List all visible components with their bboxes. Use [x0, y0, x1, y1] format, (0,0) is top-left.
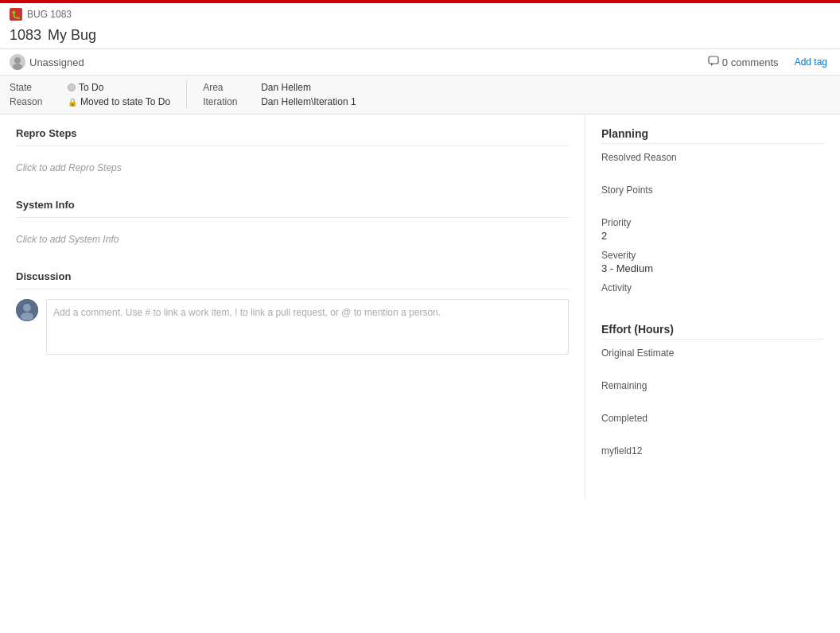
assignee-area[interactable]: Unassigned — [10, 54, 84, 70]
title-bar-top: 🐛 BUG 1083 — [10, 8, 830, 24]
original-estimate-value[interactable] — [601, 360, 824, 372]
discussion-divider — [16, 289, 569, 289]
activity-value[interactable] — [601, 295, 824, 307]
severity-row: Severity 3 - Medium — [601, 250, 824, 274]
severity-value[interactable]: 3 - Medium — [601, 262, 824, 274]
myfield12-value[interactable] — [601, 458, 824, 470]
completed-value[interactable] — [601, 425, 824, 437]
bug-icon: 🐛 — [10, 8, 22, 21]
original-estimate-row: Original Estimate — [601, 348, 824, 372]
svg-point-2 — [13, 64, 22, 70]
system-info-title: System Info — [16, 199, 569, 211]
planning-section: Planning Resolved Reason Story Points Pr… — [601, 127, 824, 307]
discussion-section: Discussion Add a comment. Use # to link … — [16, 270, 569, 355]
comments-count: 0 comments — [722, 56, 779, 68]
resolved-reason-value[interactable] — [601, 165, 824, 177]
work-item-id: 1083 — [10, 27, 41, 44]
effort-section: Effort (Hours) Original Estimate Remaini… — [601, 323, 824, 470]
system-info-section: System Info Click to add System Info — [16, 199, 569, 251]
comment-box: Add a comment. Use # to link a work item… — [16, 299, 569, 355]
severity-label: Severity — [601, 250, 824, 261]
comment-icon — [708, 56, 719, 69]
comment-placeholder: Add a comment. Use # to link a work item… — [53, 307, 441, 318]
comment-input[interactable]: Add a comment. Use # to link a work item… — [46, 299, 569, 355]
reason-field-row: Reason 🔒 Moved to state To Do — [10, 95, 170, 109]
remaining-row: Remaining — [601, 380, 824, 405]
svg-point-5 — [23, 304, 31, 312]
myfield12-label: myfield12 — [601, 445, 824, 456]
add-tag-button[interactable]: Add tag — [791, 56, 830, 68]
planning-title: Planning — [601, 127, 824, 140]
activity-row: Activity — [601, 282, 824, 307]
repro-steps-title: Repro Steps — [16, 127, 569, 139]
comments-area[interactable]: 0 comments — [708, 56, 779, 69]
area-iteration-field-group: Area Dan Hellem Iteration Dan Hellem\Ite… — [203, 76, 371, 114]
repro-steps-divider — [16, 146, 569, 146]
svg-point-1 — [14, 57, 21, 64]
state-dot-icon — [68, 83, 76, 91]
work-item-title[interactable]: My Bug — [48, 27, 96, 44]
assignee-label: Unassigned — [29, 56, 84, 68]
state-field-row: State To Do — [10, 80, 170, 95]
planning-divider — [601, 143, 824, 144]
left-panel: Repro Steps Click to add Repro Steps Sys… — [0, 115, 585, 499]
iteration-field-row: Iteration Dan Hellem\Iteration 1 — [203, 95, 356, 109]
reason-value[interactable]: 🔒 Moved to state To Do — [68, 96, 170, 107]
resolved-reason-row: Resolved Reason — [601, 152, 824, 177]
discussion-title: Discussion — [16, 270, 569, 282]
state-value[interactable]: To Do — [68, 82, 103, 93]
fields-vertical-divider — [186, 80, 187, 109]
repro-steps-section: Repro Steps Click to add Repro Steps — [16, 127, 569, 180]
completed-label: Completed — [601, 413, 824, 424]
fields-row: State To Do Reason 🔒 Moved to state To D… — [0, 76, 840, 115]
repro-steps-input[interactable]: Click to add Repro Steps — [16, 156, 569, 180]
reason-label: Reason — [10, 96, 61, 107]
right-panel: Planning Resolved Reason Story Points Pr… — [585, 115, 840, 499]
main-content: Repro Steps Click to add Repro Steps Sys… — [0, 115, 840, 499]
title-bar: 🐛 BUG 1083 1083 My Bug — [0, 3, 840, 49]
svg-point-6 — [21, 313, 33, 320]
effort-title: Effort (Hours) — [601, 323, 824, 336]
iteration-value[interactable]: Dan Hellem\Iteration 1 — [261, 96, 356, 107]
remaining-label: Remaining — [601, 380, 824, 391]
area-label: Area — [203, 82, 255, 93]
area-value[interactable]: Dan Hellem — [261, 82, 311, 93]
story-points-value[interactable] — [601, 197, 824, 209]
assignee-avatar-icon — [10, 54, 25, 70]
original-estimate-label: Original Estimate — [601, 348, 824, 359]
activity-label: Activity — [601, 282, 824, 293]
story-points-row: Story Points — [601, 184, 824, 209]
resolved-reason-label: Resolved Reason — [601, 152, 824, 163]
completed-row: Completed — [601, 413, 824, 437]
effort-divider — [601, 339, 824, 340]
state-label: State — [10, 82, 61, 93]
bug-id-label: BUG 1083 — [27, 9, 72, 20]
system-info-divider — [16, 217, 569, 218]
lock-icon: 🔒 — [68, 98, 77, 107]
priority-value[interactable]: 2 — [601, 230, 824, 242]
priority-row: Priority 2 — [601, 217, 824, 242]
myfield12-row: myfield12 — [601, 445, 824, 470]
svg-rect-3 — [709, 56, 718, 64]
iteration-label: Iteration — [203, 96, 255, 107]
priority-label: Priority — [601, 217, 824, 228]
work-item-title-row: 1083 My Bug — [10, 24, 830, 49]
system-info-input[interactable]: Click to add System Info — [16, 227, 569, 251]
area-field-row: Area Dan Hellem — [203, 80, 356, 95]
story-points-label: Story Points — [601, 184, 824, 196]
state-field-group: State To Do Reason 🔒 Moved to state To D… — [10, 76, 186, 114]
remaining-value[interactable] — [601, 393, 824, 405]
metadata-bar: Unassigned 0 comments Add tag — [0, 49, 840, 76]
user-avatar — [16, 299, 38, 321]
